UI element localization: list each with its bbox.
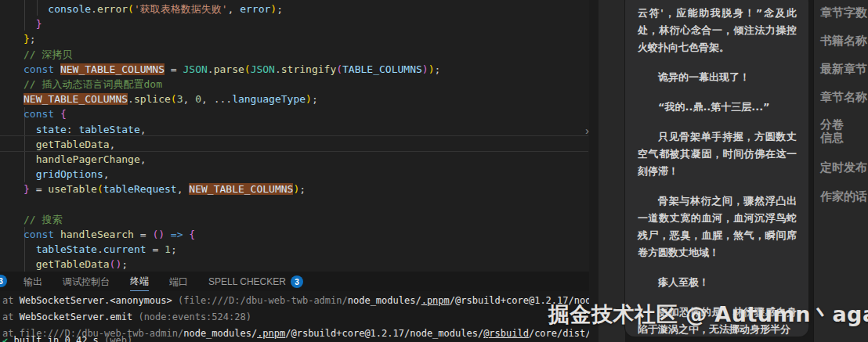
panel-tab-label: 终端 <box>130 275 149 288</box>
terminal-output[interactable]: at WebSocketServer.<anonymous> (file:///… <box>2 293 589 342</box>
text-span: => <box>171 229 183 240</box>
code-line[interactable]: getTableData(); <box>24 257 440 272</box>
code-line[interactable]: handlePagerChange, <box>24 152 440 167</box>
text-span: (web) <box>104 335 132 342</box>
text-span: WebSocketServer.emit <box>20 311 133 322</box>
text-span: , <box>228 3 241 15</box>
panel-tab[interactable]: SPELL CHECKER3 <box>208 272 303 290</box>
text-span: NEW_TABLE_COLUMNS <box>60 63 165 75</box>
text-span: ) <box>270 3 277 15</box>
text-span <box>24 258 36 270</box>
text-span: WebSocketServer.<anonymous> <box>20 295 172 306</box>
code-line[interactable]: // 搜索 <box>24 212 440 227</box>
text-span: error <box>240 3 270 15</box>
text-span: 3 <box>177 93 183 105</box>
text-span: @rsbuild <box>483 328 529 339</box>
text-span: ; <box>434 63 440 75</box>
terminal-line[interactable]: ✔ built in 0.42 s (web) <box>2 333 132 342</box>
code-line[interactable]: } <box>24 16 440 31</box>
sidebar-item[interactable]: 章节名称 <box>820 91 868 104</box>
text-span: // 插入动态语言词典配置dom <box>24 78 162 90</box>
text-span: getTableData <box>36 258 110 270</box>
terminal-line[interactable]: at WebSocketServer.<anonymous> (file:///… <box>2 293 589 309</box>
terminal-line[interactable]: at WebSocketServer.emit (node:events:524… <box>2 309 589 326</box>
text-span <box>24 18 36 30</box>
text-span: ) <box>306 93 312 105</box>
text-span: node_modules/ <box>348 295 421 306</box>
text-span: tableState <box>78 124 139 135</box>
text-span: ( <box>244 63 251 75</box>
code-line[interactable]: }; <box>24 31 440 46</box>
text-span <box>24 168 36 180</box>
novel-reader-panel[interactable]: 云符'，应能助我脱身！”念及此处，林衍心念合一，倾注法力操控火蛟扑向七色骨架。诡… <box>625 0 808 337</box>
code-line[interactable]: getTableData, <box>24 137 440 152</box>
text-span: parse <box>214 63 244 75</box>
code-line[interactable]: const NEW_TABLE_COLUMNS = JSON.parse(JSO… <box>24 62 440 77</box>
text-span: JSON <box>183 63 208 75</box>
panel-tab[interactable]: 端口 <box>169 272 188 291</box>
code-line[interactable]: // 深拷贝 <box>24 47 440 62</box>
text-span: useTable <box>48 183 97 195</box>
text-span: . <box>275 63 281 75</box>
text-span: splice <box>134 93 171 105</box>
code-line[interactable]: console.error('获取表格数据失败', error); <box>24 2 440 16</box>
code-line[interactable]: const handleSearch = () => { <box>24 227 440 242</box>
text-span: (file:///D:/dbu-web-twb-admin/ <box>172 295 348 306</box>
text-span: NEW_TABLE_COLUMNS <box>189 183 293 195</box>
text-span: ( <box>171 93 177 105</box>
code-line[interactable]: NEW_TABLE_COLUMNS.splice(3, 0, ...langua… <box>24 92 440 106</box>
code-line[interactable]: tableState.current = 1; <box>24 242 440 257</box>
text-span: state <box>36 124 67 135</box>
novel-paragraph: 诡异的一幕出现了！ <box>638 69 797 86</box>
text-span: stringify <box>281 63 336 75</box>
text-span: ) <box>422 63 429 75</box>
text-span: .pnpm <box>257 328 285 339</box>
text-span: ; <box>30 33 36 45</box>
code-line[interactable]: gridOptions, <box>24 167 440 182</box>
text-span: ( <box>128 3 134 15</box>
text-span: ( <box>97 183 103 195</box>
sidebar-item[interactable]: 章节字数 <box>820 6 868 20</box>
sidebar-item[interactable]: 最新章节 <box>820 63 868 76</box>
editor-panel-divider[interactable] <box>589 0 599 342</box>
text-span <box>24 3 48 15</box>
text-span: getTableData <box>36 139 110 150</box>
code-line[interactable]: // 插入动态语言词典配置dom <box>24 77 440 92</box>
text-span: NEW_TABLE_COLUMNS <box>24 93 128 105</box>
text-span: , <box>140 124 146 135</box>
text-span: const <box>24 63 60 75</box>
text-span: , <box>110 139 116 150</box>
code-line[interactable]: state: tableState, <box>24 122 440 137</box>
code-line[interactable]: const { <box>24 106 440 121</box>
sidebar-item[interactable]: 分卷 信息 <box>820 118 868 145</box>
text-span: ; <box>121 258 128 270</box>
code-line[interactable]: } = useTable(tableRequest, NEW_TABLE_COL… <box>24 182 440 196</box>
text-span: { <box>189 229 195 240</box>
text-span: ( <box>336 63 342 75</box>
code-content[interactable]: console.error('获取表格数据失败', error); }};// … <box>24 2 440 272</box>
panel-tab[interactable]: 终端 <box>130 272 149 291</box>
text-span: /core/dist/inde <box>529 328 589 339</box>
text-span: handlePagerChange <box>36 153 140 165</box>
sidebar-item[interactable]: 定时发布 <box>820 161 868 175</box>
code-editor[interactable]: console.error('获取表格数据失败', error); }};// … <box>0 0 589 272</box>
sidebar-item[interactable]: 书籍名称 <box>820 34 868 48</box>
panel-gutter <box>599 0 625 342</box>
text-span: const <box>24 229 60 240</box>
text-span: // 深拷贝 <box>24 49 72 60</box>
novel-paragraph: 瘆人至极！ <box>638 274 797 291</box>
text-span: , <box>177 183 190 195</box>
text-span: node_modules/ <box>183 328 257 339</box>
text-span: /@rsbuild+core@1.2.17/ <box>285 328 410 339</box>
panel-tab[interactable]: 输出 <box>24 272 42 291</box>
panel-tab[interactable]: 调试控制台 <box>63 272 110 291</box>
text-span: , <box>103 168 110 180</box>
novel-paragraph: 骨架与林衍之间，骤然浮凸出一道数丈宽的血河，血河沉浮鸟蛇残尸，恶臭，血腥，煞气，… <box>638 193 797 261</box>
text-span <box>24 124 36 135</box>
text-span <box>24 139 36 150</box>
text-span: : <box>67 124 79 135</box>
sidebar-item[interactable]: 作家的话 <box>820 190 868 203</box>
panel-collapse-chevron-icon[interactable]: › <box>585 124 589 137</box>
code-line[interactable] <box>24 196 440 211</box>
text-span: languageType <box>232 93 306 105</box>
